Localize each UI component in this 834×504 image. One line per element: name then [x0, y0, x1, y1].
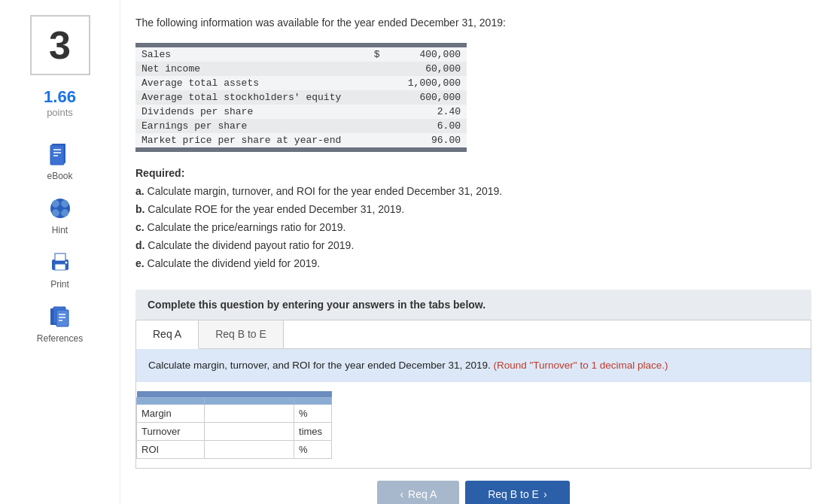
req-letter: a. [135, 185, 145, 197]
answer-table-row: Margin % [137, 404, 332, 422]
data-row-dollar [361, 105, 385, 119]
data-row-value: 2.40 [386, 105, 467, 119]
sidebar-item-references-label: References [37, 333, 83, 344]
data-row-value: 600,000 [386, 90, 467, 105]
data-row-label: Dividends per share [135, 105, 361, 119]
req-letter: c. [135, 221, 145, 233]
sidebar-item-references[interactable]: References [37, 303, 83, 344]
tab-instruction-text: Calculate margin, turnover, and ROI for … [148, 360, 491, 371]
data-row-value: 60,000 [386, 62, 467, 76]
answer-row-input[interactable] [204, 440, 294, 458]
prev-chevron-icon: ‹ [400, 488, 403, 500]
sidebar-item-print[interactable]: Print [47, 249, 74, 290]
data-row-dollar [361, 76, 385, 90]
required-title: Required: [135, 167, 811, 179]
data-row-dollar: $ [361, 47, 385, 62]
data-row-label: Average total stockholders' equity [135, 90, 361, 105]
answer-input[interactable] [208, 442, 291, 457]
data-row-value: 6.00 [386, 119, 467, 133]
sidebar-item-ebook-label: eBook [47, 171, 72, 181]
tab-req-b-e[interactable]: Req B to E [199, 320, 284, 348]
data-row-label: Average total assets [135, 76, 361, 90]
references-icon [47, 303, 74, 330]
svg-rect-1 [50, 145, 64, 165]
data-table-row: Dividends per share 2.40 [135, 105, 467, 119]
next-chevron-icon: › [543, 488, 547, 500]
sidebar: 3 1.66 points eBook [0, 0, 120, 504]
sidebar-item-hint[interactable]: Hint [47, 195, 74, 235]
prev-button[interactable]: ‹ Req A [377, 481, 459, 504]
required-section: Required: a. Calculate margin, turnover,… [135, 167, 811, 272]
sidebar-item-print-label: Print [50, 279, 69, 290]
next-button-label: Req B to E [488, 488, 539, 500]
data-table-row: Earnings per share 6.00 [135, 119, 467, 133]
data-row-label: Market price per share at year-end [135, 133, 361, 147]
svg-rect-12 [55, 254, 65, 261]
required-item: c. Calculate the price/earnings ratio fo… [135, 220, 811, 235]
data-row-label: Sales [135, 47, 361, 62]
tab-instruction-note: (Round "Turnover" to 1 decimal place.) [494, 360, 668, 371]
answer-input[interactable] [208, 406, 291, 421]
answer-table-row: ROI % [137, 440, 332, 458]
tabs-container: Req A Req B to E Calculate margin, turno… [135, 320, 811, 469]
sidebar-tools: eBook Hint [8, 141, 112, 344]
answer-row-label: Margin [137, 404, 205, 422]
data-row-value: 1,000,000 [386, 76, 467, 90]
svg-rect-17 [56, 310, 68, 326]
data-table-row: Net income 60,000 [135, 62, 467, 76]
data-row-dollar [361, 133, 385, 147]
answer-row-label: ROI [137, 440, 205, 458]
answer-input[interactable] [208, 424, 291, 439]
req-letter: d. [135, 239, 145, 251]
question-number: 3 [49, 23, 71, 68]
points-value: 1.66 [44, 87, 76, 107]
data-row-dollar [361, 119, 385, 133]
answer-table: Margin % Turnover times ROI % [136, 391, 332, 459]
data-row-label: Net income [135, 62, 361, 76]
book-icon [47, 141, 74, 168]
data-row-label: Earnings per share [135, 119, 361, 133]
answer-row-unit: % [294, 404, 332, 422]
tab-req-a[interactable]: Req A [136, 320, 199, 349]
question-header: The following information was available … [135, 15, 811, 31]
svg-point-14 [65, 262, 67, 264]
instruction-box: Complete this question by entering your … [135, 290, 811, 320]
print-icon [47, 249, 74, 276]
answer-table-col-header [137, 397, 332, 404]
data-row-value: 400,000 [386, 47, 467, 62]
tab-content: Calculate margin, turnover, and ROI for … [136, 349, 811, 468]
data-table: Sales $ 400,000 Net income 60,000 Averag… [135, 43, 467, 152]
points-label: points [47, 107, 73, 118]
required-items: a. Calculate margin, turnover, and ROI f… [135, 184, 811, 272]
data-row-dollar [361, 62, 385, 76]
next-button[interactable]: Req B to E › [465, 481, 569, 504]
answer-row-input[interactable] [204, 404, 294, 422]
answer-row-input[interactable] [204, 422, 294, 440]
data-table-row: Average total stockholders' equity 600,0… [135, 90, 467, 105]
required-item: e. Calculate the dividend yield for 2019… [135, 256, 811, 272]
question-number-box: 3 [30, 15, 90, 75]
sidebar-item-hint-label: Hint [52, 225, 68, 235]
answer-table-wrapper: Margin % Turnover times ROI % [136, 382, 811, 468]
answer-row-label: Turnover [137, 422, 205, 440]
data-table-row: Market price per share at year-end 96.00 [135, 133, 467, 147]
answer-row-unit: % [294, 440, 332, 458]
answer-table-row: Turnover times [137, 422, 332, 440]
data-table-row: Average total assets 1,000,000 [135, 76, 467, 90]
required-item: d. Calculate the dividend payout ratio f… [135, 238, 811, 254]
svg-point-10 [57, 205, 63, 211]
req-letter: b. [135, 203, 145, 215]
hint-icon [47, 195, 74, 222]
tab-instruction: Calculate margin, turnover, and ROI for … [136, 349, 811, 382]
main-content: The following information was available … [120, 0, 834, 504]
req-letter: e. [135, 257, 145, 269]
svg-rect-13 [55, 264, 65, 270]
data-table-row: Sales $ 400,000 [135, 47, 467, 62]
data-row-dollar [361, 90, 385, 105]
prev-button-label: Req A [408, 488, 437, 500]
answer-row-unit: times [294, 422, 332, 440]
required-item: a. Calculate margin, turnover, and ROI f… [135, 184, 811, 199]
sidebar-item-ebook[interactable]: eBook [47, 141, 74, 181]
data-row-value: 96.00 [386, 133, 467, 147]
nav-buttons: ‹ Req A Req B to E › [135, 469, 811, 504]
